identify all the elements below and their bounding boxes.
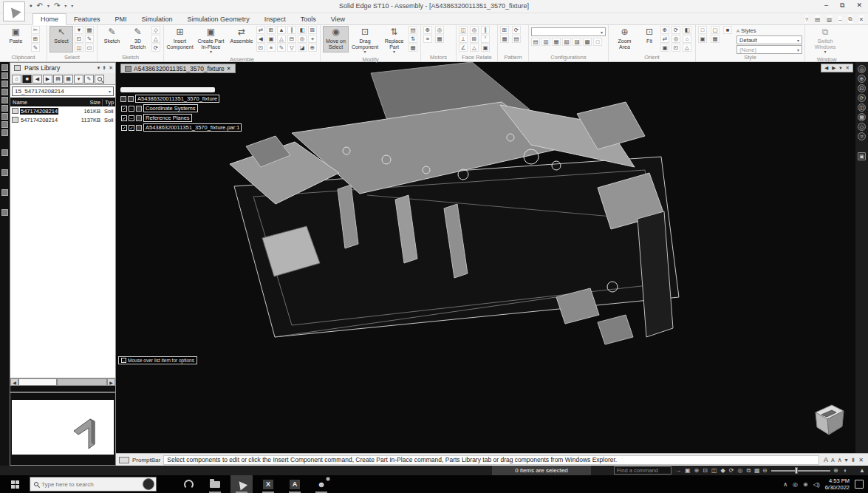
undo-button[interactable]: ↶ [37,1,43,10]
doc-window-control-icon[interactable]: ▤ [815,16,820,23]
radial-tool-icon[interactable]: ◫ [858,103,866,112]
tab-view[interactable]: View [324,14,352,24]
dock-tab-icon[interactable] [1,81,8,87]
document-tab[interactable]: A54386320011351_3570_fixture ✕ [120,64,236,73]
expand-box[interactable]: – [129,106,134,112]
taskbar-solid-edge-button[interactable] [230,475,253,493]
configuration-tool-icon[interactable]: ▦ [552,38,561,46]
switch-windows-button[interactable]: ⧉Switch Windows▾ [807,26,843,56]
relate-tool-icon[interactable]: ▲ [277,26,286,34]
select-tool-icon[interactable]: ▭ [85,44,94,52]
radial-tool-icon[interactable]: ▦ [858,113,866,121]
pattern-tool-icon[interactable]: ▤ [512,35,521,43]
relate-tool-icon[interactable]: ⌖ [308,35,317,43]
pattern-tool-icon[interactable]: ⊞ [500,26,509,34]
relate-tool-icon[interactable]: ∥ [287,26,296,34]
move-on-select-button[interactable]: ◉Move on Select [323,26,349,52]
restore-button[interactable]: ⧉ [840,1,844,10]
redo-button[interactable]: ↷ [54,1,60,10]
panel-pin-icon[interactable]: ⇟ [102,65,106,71]
hint-minimize-icon[interactable]: – [121,358,126,363]
column-name[interactable]: Name [10,99,72,106]
relate-tool-icon[interactable]: ⊡ [256,44,265,52]
common-views-icon[interactable]: ◐ [844,466,847,475]
style-none-combobox[interactable]: (None)▾ [737,45,802,54]
relate-tool-icon[interactable]: ◧ [298,26,307,34]
zoom-slider-thumb[interactable] [795,467,798,474]
status-tool-icon[interactable]: ⊡ [703,467,708,474]
dropdown-icon[interactable]: ▾ [845,457,848,463]
face-relate-tool-icon[interactable]: △ [470,44,479,52]
radial-tool-icon[interactable]: ⊡ [858,84,866,92]
relate-tool-icon[interactable]: ⊠ [308,26,317,34]
tab-simulation-geometry[interactable]: Simulation Geometry [180,14,257,24]
replace-part-button[interactable]: ⇅Replace Part▾ [381,26,407,56]
expand-box[interactable]: ✓ [129,125,134,131]
modify-tool-icon[interactable]: ⇅ [409,35,417,43]
face-relate-tool-icon[interactable]: ◎ [470,26,479,34]
preview-button[interactable]: ✎ [84,75,94,84]
tab-simulation[interactable]: Simulation [134,14,180,24]
style-combobox[interactable]: Default▾ [737,35,802,44]
status-tool-icon[interactable]: ▦ [754,467,760,474]
sketch-tool-icon[interactable]: ◇ [151,26,160,34]
radial-tool-icon[interactable]: ⊕ [858,75,866,83]
current-folder-button[interactable]: ■ [22,75,32,84]
tab-next-icon[interactable]: ▶ [832,65,835,71]
pattern-tool-icon[interactable]: ⟳ [512,26,521,34]
relate-tool-icon[interactable]: ⇄ [256,26,265,34]
orient-tool-icon[interactable]: △ [683,44,691,52]
tab-prev-icon[interactable]: ◀ [824,65,828,71]
tab-pmi[interactable]: PMI [108,14,134,24]
doc-window-control-icon[interactable]: ⧉ [848,16,852,23]
relate-tool-icon[interactable]: ⊟ [287,35,296,43]
show-checkbox[interactable]: ✓ [121,106,127,112]
view-style-cube-icon[interactable]: □ [698,26,707,34]
file-list-area[interactable] [10,124,115,378]
select-button[interactable]: ↖Select [49,26,73,52]
motor-tool-icon[interactable]: ≡ [423,35,432,43]
orient-tool-icon[interactable]: ⊡ [671,44,680,52]
radial-tool-icon[interactable]: ≡ [858,132,866,140]
select-tool-icon[interactable]: ▼ [75,26,83,34]
face-relate-tool-icon[interactable]: ° [481,35,490,43]
face-relate-tool-icon[interactable]: ∠ [459,44,468,52]
show-checkbox[interactable]: ✓ [121,125,127,131]
face-relate-tool-icon[interactable]: ⟂ [459,35,468,43]
undo-caret-icon[interactable]: ▾ [47,3,49,8]
prompt-close-icon[interactable]: ✕ [858,457,864,463]
view-style-cube-icon[interactable]: ▣ [698,35,707,43]
dock-tab-icon[interactable] [1,209,8,216]
scroll-right-icon[interactable]: ▶ [107,378,115,386]
doc-window-control-icon[interactable]: ✕ [859,16,864,23]
dock-tab-icon[interactable] [1,129,8,136]
face-relate-tool-icon[interactable]: ∥ [481,26,490,34]
relate-tool-icon[interactable]: ◪ [298,44,307,52]
scrollbar-thumb[interactable] [18,378,57,386]
taskbar-file-explorer-button[interactable] [204,475,226,493]
assemble-button[interactable]: ⇄Assemble [228,26,255,52]
clipboard-tool-icon[interactable]: ✂ [31,26,40,34]
panel-menu-icon[interactable]: ▾ [98,65,100,71]
radial-tool-icon[interactable]: ◇ [858,123,866,131]
zoom-in-icon[interactable]: ⊕ [833,466,838,475]
pattern-tool-icon[interactable]: ▦ [500,35,509,43]
expand-box[interactable]: – [129,115,134,121]
relate-tool-icon[interactable]: △ [277,35,286,43]
start-button[interactable] [0,475,30,493]
scrollbar-track[interactable] [57,378,107,386]
select-tool-icon[interactable]: ▦ [85,26,94,34]
radial-tool-icon[interactable]: ⟳ [858,94,866,102]
clipboard-tool-icon[interactable]: ⊞ [31,35,40,43]
orient-tool-icon[interactable]: ⇄ [660,35,669,43]
network-icon[interactable]: ⊕ [803,481,808,488]
orient-tool-icon[interactable]: ⟳ [671,26,680,34]
taskbar-edge-button[interactable] [177,475,199,493]
zoom-area-button[interactable]: ⊕Zoom Area [611,26,638,52]
create-part-in-place-button[interactable]: ▣Create Part In-Place▾ [195,26,227,56]
tab-features[interactable]: Features [66,14,108,24]
select-tool-icon[interactable]: ◫ [75,44,83,52]
pathfinder-item[interactable]: ✓ ✓ A54386320011351_3570_fixture.par:1 [121,123,242,132]
taskbar-excel-button[interactable]: X [257,475,279,493]
sketch-button[interactable]: ✎Sketch [100,26,124,52]
